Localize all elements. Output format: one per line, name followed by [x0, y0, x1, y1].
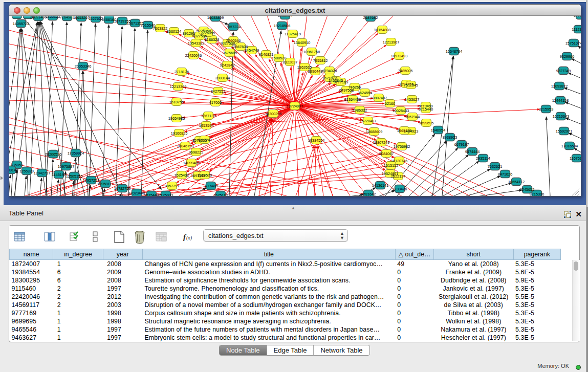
svg-text:15720407: 15720407 — [360, 119, 376, 123]
svg-text:21364436: 21364436 — [344, 97, 361, 102]
svg-text:62160: 62160 — [385, 101, 395, 106]
svg-text:12213967: 12213967 — [383, 40, 399, 45]
svg-text:10046798: 10046798 — [177, 144, 193, 148]
svg-text:9699695: 9699695 — [419, 121, 433, 125]
svg-text:7625113: 7625113 — [213, 193, 228, 196]
svg-text:9242848: 9242848 — [220, 63, 234, 68]
svg-text:18807249: 18807249 — [373, 140, 389, 145]
svg-text:7632621: 7632621 — [488, 164, 502, 169]
svg-text:12942737: 12942737 — [34, 171, 50, 176]
svg-text:3675685: 3675685 — [223, 51, 237, 55]
svg-text:9957944: 9957944 — [405, 115, 420, 119]
svg-text:1733426: 1733426 — [393, 187, 407, 191]
svg-text:18724007: 18724007 — [287, 104, 303, 108]
svg-text:10688609: 10688609 — [366, 129, 382, 134]
svg-text:19654985: 19654985 — [168, 116, 185, 121]
svg-text:1615152: 1615152 — [384, 163, 398, 168]
svg-text:3716485: 3716485 — [204, 184, 218, 188]
svg-text:10120746: 10120746 — [391, 159, 407, 163]
svg-text:17359924: 17359924 — [68, 151, 84, 156]
svg-text:1527602: 1527602 — [89, 16, 103, 21]
svg-text:10154808: 10154808 — [374, 28, 390, 32]
svg-text:10653267: 10653267 — [73, 16, 90, 20]
svg-text:1453594: 1453594 — [199, 123, 213, 128]
svg-text:8938923: 8938923 — [443, 135, 457, 140]
svg-text:2522134: 2522134 — [391, 174, 405, 179]
svg-text:3624554: 3624554 — [358, 91, 372, 95]
svg-text:3215953: 3215953 — [539, 107, 553, 112]
svg-text:7485005: 7485005 — [398, 69, 412, 73]
svg-text:1093815: 1093815 — [574, 16, 581, 18]
svg-text:11325419: 11325419 — [285, 32, 301, 36]
svg-text:20053346: 20053346 — [75, 64, 91, 69]
svg-text:7955812: 7955812 — [313, 58, 328, 63]
svg-text:17016504: 17016504 — [561, 144, 578, 148]
svg-text:8322037: 8322037 — [283, 60, 297, 64]
svg-text:8990448: 8990448 — [308, 69, 322, 74]
svg-text:15751074: 15751074 — [565, 41, 581, 46]
svg-text:20206536: 20206536 — [45, 152, 61, 157]
svg-text:1453627: 1453627 — [405, 97, 419, 102]
svg-text:14136141: 14136141 — [372, 183, 388, 188]
svg-text:8215306: 8215306 — [530, 192, 544, 196]
svg-text:10973493: 10973493 — [391, 54, 407, 58]
svg-text:12213369: 12213369 — [170, 84, 186, 89]
svg-text:12093872: 12093872 — [551, 84, 568, 89]
svg-text:1640954: 1640954 — [431, 128, 445, 133]
svg-text:9215440: 9215440 — [419, 107, 433, 112]
svg-text:10961758: 10961758 — [303, 50, 320, 54]
svg-text:2639149: 2639149 — [9, 168, 18, 172]
svg-text:9329966: 9329966 — [560, 54, 574, 59]
svg-text:8471626: 8471626 — [498, 172, 512, 177]
svg-text:9474444: 9474444 — [465, 149, 480, 154]
svg-text:6679197: 6679197 — [454, 142, 469, 147]
svg-text:1156829: 1156829 — [19, 169, 34, 173]
svg-text:13640910: 13640910 — [294, 40, 310, 45]
svg-text:8125033: 8125033 — [159, 193, 173, 196]
svg-text:18300295: 18300295 — [265, 112, 281, 116]
svg-text:22420046: 22420046 — [185, 53, 202, 58]
svg-text:7357224: 7357224 — [226, 25, 241, 29]
svg-text:9245652: 9245652 — [520, 187, 534, 192]
svg-text:7986322: 7986322 — [353, 108, 367, 113]
svg-text:2803144: 2803144 — [215, 76, 230, 80]
svg-text:10543382: 10543382 — [188, 41, 204, 46]
svg-text:2260546: 2260546 — [226, 38, 241, 43]
svg-text:19756982: 19756982 — [394, 144, 410, 149]
svg-text:1965425: 1965425 — [397, 128, 411, 133]
svg-text:8813054: 8813054 — [278, 16, 292, 18]
svg-text:12023448: 12023448 — [128, 191, 145, 195]
svg-text:1610755: 1610755 — [169, 100, 184, 104]
svg-text:9084067: 9084067 — [379, 151, 394, 156]
svg-text:9777169: 9777169 — [334, 80, 348, 84]
svg-text:16210643: 16210643 — [553, 114, 569, 119]
svg-text:16033809: 16033809 — [207, 16, 224, 20]
svg-text:19218506: 19218506 — [274, 24, 290, 28]
svg-text:1217242: 1217242 — [198, 138, 212, 142]
svg-text:19166825: 19166825 — [171, 131, 187, 136]
svg-text:(x): (x) — [186, 235, 192, 241]
svg-text:6794028: 6794028 — [322, 69, 337, 73]
svg-text:7511545: 7511545 — [404, 83, 418, 87]
svg-text:10958117: 10958117 — [97, 182, 114, 186]
svg-text:15692971: 15692971 — [556, 129, 572, 134]
svg-text:1145197: 1145197 — [52, 172, 66, 177]
svg-text:16648784: 16648784 — [446, 49, 462, 54]
svg-text:417006: 417006 — [209, 100, 222, 105]
svg-text:7264902: 7264902 — [60, 16, 74, 19]
svg-text:16782759: 16782759 — [114, 186, 130, 191]
svg-text:8660124: 8660124 — [167, 29, 181, 34]
svg-text:14055724: 14055724 — [13, 21, 29, 26]
svg-text:3698222: 3698222 — [189, 150, 203, 155]
svg-text:9781642: 9781642 — [361, 192, 376, 196]
svg-text:2687682: 2687682 — [363, 16, 378, 20]
svg-text:8427552: 8427552 — [211, 89, 225, 94]
svg-text:12444158: 12444158 — [552, 98, 569, 103]
svg-text:10654112: 10654112 — [508, 180, 525, 184]
svg-text:7663822: 7663822 — [153, 26, 167, 31]
svg-text:6497568: 6497568 — [339, 88, 354, 93]
svg-text:8186328: 8186328 — [205, 37, 219, 42]
svg-text:20091406: 20091406 — [30, 16, 47, 19]
svg-text:9515440: 9515440 — [144, 193, 159, 196]
svg-text:10025433: 10025433 — [393, 108, 409, 113]
